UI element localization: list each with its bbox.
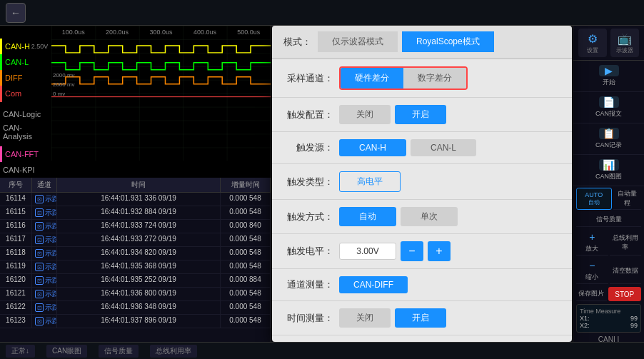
channel-can-h[interactable]: CAN-H 2.50V (0, 39, 51, 54)
start-button[interactable]: ▶ 开始 (573, 61, 644, 92)
btn-hardware-diff[interactable]: 硬件差分 (341, 68, 403, 89)
status-bus-util: 总线利用率 (150, 345, 197, 358)
top-bar: ← (0, 0, 644, 26)
zoom-in-button[interactable]: + 放大 (576, 230, 608, 256)
btn-trigger-off[interactable]: 关闭 (339, 105, 391, 124)
row-time: 16:44:01.933 724 09/19 (57, 220, 221, 233)
auto-button[interactable]: AUTO 自动 (576, 188, 612, 210)
btn-auto-mode[interactable]: 自动 (339, 207, 396, 226)
save-img-button[interactable]: 保存图片 (576, 287, 607, 301)
channel-can-l[interactable]: CAN-L (0, 54, 51, 70)
time-measure-section: Time Measure X1: 99 X2: 99 (576, 304, 641, 333)
row-time: 16:44:01.934 820 09/19 (57, 247, 221, 260)
table-row[interactable]: 16116 ⊡示踪 16:44:01.933 724 09/19 0.000 8… (0, 220, 271, 233)
channel-fft[interactable]: CAN-FFT (0, 146, 51, 162)
record-icon: 📋 (599, 128, 619, 139)
row-delta: 0.000 548 (221, 261, 271, 273)
oscilloscope-icon-btn[interactable]: 📺 示波器 (610, 29, 639, 57)
row-time: 16:44:01.932 884 09/19 (57, 206, 221, 219)
row-delta: 0.000 884 (221, 274, 271, 287)
row-time: 16:44:01.935 368 09/19 (57, 261, 221, 273)
x2-label: X2: (580, 322, 590, 329)
can-record-button[interactable]: 📋 CAN记录 (573, 123, 644, 155)
mode-oscilloscope-btn[interactable]: 仅示波器模式 (318, 31, 398, 52)
zoom-out-button[interactable]: − 缩小 (576, 258, 608, 284)
settings-icon-btn[interactable]: ⚙ 设置 (578, 29, 607, 57)
section-channel-measure: 通道测量： CAN-DIFF (272, 269, 572, 301)
screen-icon: 📺 (618, 32, 632, 46)
btn-time-on[interactable]: 开启 (395, 308, 446, 328)
row-id: 16117 (0, 233, 32, 246)
x1-value: 99 (630, 315, 638, 322)
table-row[interactable]: 16114 ⊡示踪 16:44:01.931 336 09/19 0.000 5… (0, 193, 271, 206)
table-row[interactable]: 16123 ⊡示踪 16:44:01.937 896 09/19 0.000 5… (0, 315, 271, 328)
channel-analysis[interactable]: CAN-Analysis (0, 122, 51, 142)
row-id: 16114 (0, 193, 32, 206)
table-row[interactable]: 16117 ⊡示踪 16:44:01.933 272 09/19 0.000 5… (0, 233, 271, 247)
row-time: 16:44:01.933 272 09/19 (57, 233, 221, 246)
label-trigger-config: 触发配置： (283, 108, 333, 121)
btn-can-h-source[interactable]: CAN-H (339, 139, 406, 156)
table-row[interactable]: 16120 ⊡示踪 16:44:01.935 252 09/19 0.000 8… (0, 274, 271, 288)
channel-kpi[interactable]: CAN-KPI (0, 162, 51, 178)
can-chart-button[interactable]: 📊 CAN图图 (573, 155, 644, 186)
row-time: 16:44:01.936 800 09/19 (57, 288, 221, 300)
table-row[interactable]: 16115 ⊡示踪 16:44:01.932 884 09/19 0.000 5… (0, 206, 271, 220)
row-time: 16:44:01.936 348 09/19 (57, 301, 221, 314)
gear-icon: ⚙ (588, 32, 598, 46)
row-ch: ⊡示踪 (32, 288, 57, 300)
row-id: 16118 (0, 247, 32, 260)
chart-icon: 📊 (599, 159, 619, 171)
back-button[interactable]: ← (6, 3, 26, 23)
channel-logic[interactable]: CAN-Logic (0, 106, 51, 122)
btn-can-l-source[interactable]: CAN-L (411, 139, 476, 156)
table-row[interactable]: 16121 ⊡示踪 16:44:01.936 800 09/19 0.000 5… (0, 288, 271, 301)
signal-quality-button[interactable]: 信号质量 (576, 213, 641, 227)
table-row[interactable]: 16118 ⊡示踪 16:44:01.934 820 09/19 0.000 5… (0, 247, 271, 261)
bus-util-label: 总线利用率 (611, 233, 640, 252)
back-icon: ← (11, 7, 21, 19)
trigger-source-controls: CAN-H CAN-L (339, 139, 560, 156)
btn-can-diff[interactable]: CAN-DIFF (339, 276, 408, 293)
trigger-level-controls: − + (339, 241, 560, 261)
section-trigger-config: 触发配置： 关闭 开启 (272, 98, 572, 132)
voltage-input[interactable] (339, 243, 396, 260)
btn-trigger-on[interactable]: 开启 (395, 105, 446, 124)
section-trigger-level: 触发电平： − + (272, 234, 572, 269)
trigger-config-controls: 关闭 开启 (339, 105, 560, 124)
channel-com[interactable]: Com (0, 86, 51, 101)
plus-btn[interactable]: + (428, 241, 451, 261)
row-id: 16116 (0, 220, 32, 233)
row-ch: ⊡示踪 (32, 301, 57, 314)
bus-util-button[interactable]: 总线利用率 (610, 230, 642, 256)
row-ch: ⊡示踪 (32, 274, 57, 287)
auto-label: AUTO (580, 191, 608, 198)
row-ch: ⊡示踪 (32, 206, 57, 219)
btn-single-mode[interactable]: 单次 (401, 207, 458, 226)
table-row[interactable]: 16119 ⊡示踪 16:44:01.935 368 09/19 0.000 5… (0, 261, 271, 274)
can-report-button[interactable]: 📄 CAN报文 (573, 92, 644, 123)
row-ch: ⊡示踪 (32, 193, 57, 206)
mode-label: 模式： (283, 36, 312, 49)
can-chart-label: CAN图图 (595, 172, 622, 181)
row-delta: 0.000 548 (221, 301, 271, 314)
center-panel: 模式： 仅示波器模式 RoyalScope模式 采样通道： 硬件差分 数字差分 (271, 26, 573, 342)
right-panel: ⚙ 设置 📺 示波器 ▶ 开始 📄 CAN报文 📋 CAN记录 📊 CAN图图 (573, 26, 644, 342)
stop-all-button[interactable]: STOP (608, 287, 642, 301)
btn-high-level[interactable]: 高电平 (339, 171, 401, 192)
settings-label: 设置 (587, 46, 598, 54)
row-delta: 0.000 548 (221, 315, 271, 328)
status-signal-quality: 信号质量 (99, 345, 139, 358)
section-sample-channel: 采样通道： 硬件差分 数字差分 (272, 59, 572, 98)
table-row[interactable]: 16122 ⊡示踪 16:44:01.936 348 09/19 0.000 5… (0, 301, 271, 315)
start-label: 开始 (603, 78, 615, 87)
btn-time-off[interactable]: 关闭 (339, 308, 391, 328)
auto-range-button[interactable]: 自动量程 (613, 188, 642, 210)
status-normal: 正常↓ (6, 345, 35, 358)
minus-btn[interactable]: − (401, 241, 423, 261)
channel-diff[interactable]: DIFF (0, 70, 51, 86)
btn-digital-diff[interactable]: 数字差分 (403, 68, 466, 89)
mode-royalscope-btn[interactable]: RoyalScope模式 (402, 31, 494, 52)
time-measure-controls: 关闭 开启 (339, 308, 560, 328)
clear-data-button[interactable]: 清空数据 (610, 258, 642, 284)
